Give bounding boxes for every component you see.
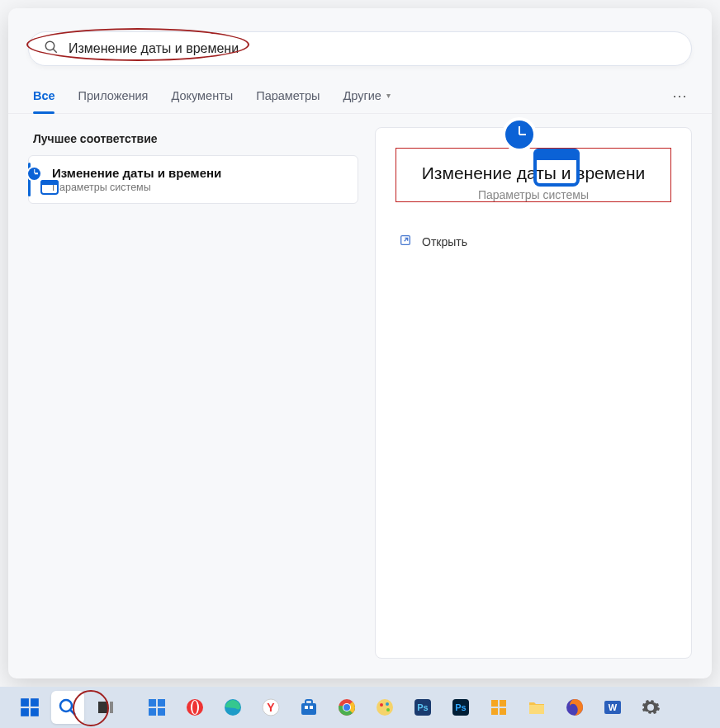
- search-bar-area: [8, 8, 712, 78]
- svg-rect-23: [305, 706, 308, 709]
- svg-point-29: [343, 704, 350, 711]
- svg-rect-38: [491, 700, 498, 707]
- svg-rect-12: [158, 699, 165, 707]
- taskbar-start-button[interactable]: [13, 691, 46, 724]
- svg-rect-3: [21, 698, 29, 707]
- taskbar-widgets-button[interactable]: [140, 691, 173, 724]
- taskbar-app-explorer[interactable]: [520, 691, 553, 724]
- taskbar-app-paint[interactable]: [368, 691, 401, 724]
- svg-rect-21: [301, 703, 316, 715]
- tab-apps[interactable]: Приложения: [78, 78, 149, 113]
- taskbar-app-photoshop-2[interactable]: Ps: [444, 691, 477, 724]
- svg-rect-39: [500, 700, 506, 707]
- taskbar-taskview-button[interactable]: [89, 691, 122, 724]
- taskbar-app-firefox[interactable]: [558, 691, 591, 724]
- taskbar-search-button[interactable]: [51, 691, 84, 724]
- taskbar: Y Ps Ps W: [0, 687, 720, 728]
- svg-rect-10: [110, 702, 113, 713]
- preview-subtitle: Параметры системы: [478, 188, 589, 201]
- svg-point-30: [377, 699, 393, 716]
- filter-tabs: Все Приложения Документы Параметры Други…: [8, 78, 712, 114]
- svg-rect-22: [306, 700, 312, 704]
- svg-text:Y: Y: [267, 701, 275, 714]
- taskbar-app-settings[interactable]: [634, 691, 667, 724]
- svg-rect-24: [310, 706, 313, 709]
- preview-card: Изменение даты и времени Параметры систе…: [396, 148, 671, 202]
- svg-point-17: [192, 701, 197, 714]
- action-open-label: Открыть: [422, 235, 467, 248]
- svg-text:W: W: [609, 702, 618, 712]
- svg-rect-41: [500, 708, 506, 715]
- preview-actions: Открыть: [396, 215, 671, 256]
- search-window: Все Приложения Документы Параметры Други…: [8, 8, 712, 678]
- taskbar-app-photoshop-1[interactable]: Ps: [406, 691, 439, 724]
- preview-column: Изменение даты и времени Параметры систе…: [375, 127, 692, 659]
- taskbar-app-opera[interactable]: [178, 691, 211, 724]
- svg-point-32: [386, 702, 389, 706]
- tab-settings[interactable]: Параметры: [256, 78, 320, 113]
- tab-documents[interactable]: Документы: [171, 78, 233, 113]
- svg-rect-6: [31, 708, 39, 716]
- svg-rect-42: [529, 705, 544, 714]
- svg-point-7: [60, 700, 72, 711]
- svg-line-8: [70, 710, 75, 715]
- tab-more-label: Другие: [343, 89, 381, 102]
- svg-point-33: [386, 708, 390, 711]
- chevron-down-icon: ▾: [386, 91, 391, 100]
- results-column: Лучшее соответствие Изменение даты и вре…: [28, 127, 358, 659]
- svg-rect-40: [491, 708, 498, 715]
- svg-rect-11: [149, 699, 156, 707]
- result-title: Изменение даты и времени: [52, 166, 221, 180]
- search-icon: [44, 40, 59, 58]
- search-input[interactable]: [69, 41, 676, 56]
- section-best-match: Лучшее соответствие: [33, 132, 353, 145]
- search-bar[interactable]: [28, 31, 692, 66]
- svg-rect-4: [31, 698, 39, 707]
- action-open[interactable]: Открыть: [396, 227, 671, 256]
- svg-text:Ps: Ps: [417, 702, 428, 712]
- svg-point-31: [380, 703, 383, 707]
- open-icon: [399, 234, 412, 249]
- svg-text:Ps: Ps: [455, 702, 466, 712]
- taskbar-app-store[interactable]: [292, 691, 325, 724]
- overflow-menu-button[interactable]: ⋯: [672, 87, 687, 105]
- svg-point-0: [45, 41, 54, 50]
- svg-rect-5: [21, 708, 29, 716]
- tab-more[interactable]: Другие ▾: [343, 78, 391, 113]
- svg-rect-9: [98, 702, 108, 713]
- content-area: Лучшее соответствие Изменение даты и вре…: [8, 114, 712, 678]
- taskbar-app-chrome[interactable]: [330, 691, 363, 724]
- taskbar-app-fences[interactable]: [482, 691, 515, 724]
- svg-rect-14: [158, 708, 165, 716]
- taskbar-app-yandex[interactable]: Y: [254, 691, 287, 724]
- result-item-datetime[interactable]: Изменение даты и времени Параметры систе…: [28, 155, 358, 204]
- tab-all[interactable]: Все: [33, 78, 55, 113]
- taskbar-app-edge[interactable]: [216, 691, 249, 724]
- result-subtitle: Параметры системы: [52, 182, 221, 193]
- result-text: Изменение даты и времени Параметры систе…: [52, 166, 221, 193]
- svg-line-1: [53, 49, 57, 53]
- svg-rect-13: [149, 708, 156, 716]
- taskbar-app-word[interactable]: W: [596, 691, 629, 724]
